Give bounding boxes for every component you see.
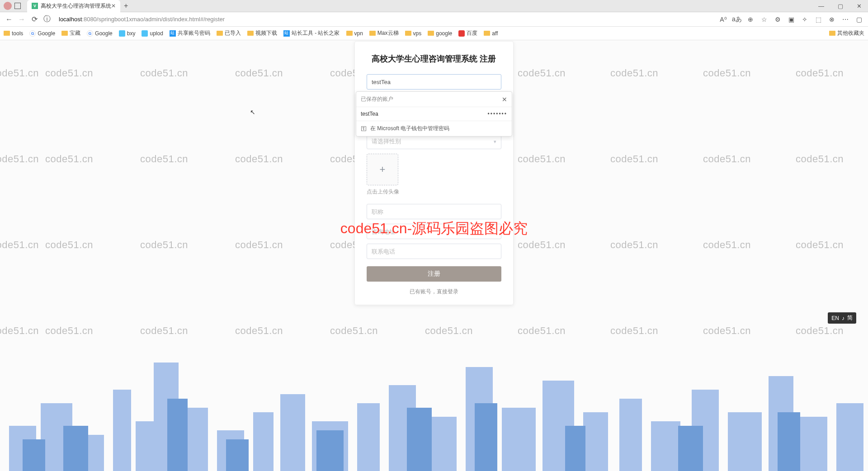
- svg-rect-8: [253, 412, 274, 471]
- menu-icon[interactable]: ⋯: [840, 14, 851, 25]
- tab-title: 高校大学生心理咨询管理系统: [41, 2, 111, 10]
- translate-icon[interactable]: aあ: [731, 14, 742, 25]
- bookmark-item[interactable]: vpn: [346, 30, 363, 37]
- bxy-icon: [119, 30, 125, 37]
- job-title-input[interactable]: [367, 204, 501, 219]
- key-icon: ⚿: [361, 125, 367, 132]
- bear-icon: [458, 30, 465, 37]
- svg-rect-34: [778, 412, 800, 471]
- bookmark-item[interactable]: uplod: [142, 30, 163, 37]
- svg-rect-17: [583, 412, 608, 471]
- page-content: code51.cncode51.cncode51.cncode51.cncode…: [0, 40, 868, 471]
- sidebar-icon[interactable]: ▢: [854, 14, 864, 25]
- favorite-icon[interactable]: ☆: [759, 14, 769, 25]
- svg-rect-24: [836, 403, 863, 471]
- register-card: 高校大学生心理咨询管理系统 注册 请选择性别 ▾ + 点击上传头像 注册 已有账…: [354, 41, 514, 305]
- register-button[interactable]: 注册: [367, 266, 501, 282]
- avatar-upload[interactable]: +: [367, 154, 398, 185]
- bookmark-item[interactable]: google: [428, 30, 452, 37]
- bookmarks-overflow[interactable]: 其他收藏夹: [829, 29, 864, 37]
- refresh-button[interactable]: ⟳: [29, 14, 40, 25]
- bookmark-item[interactable]: Max云梯: [369, 29, 399, 37]
- vue-favicon-icon: V: [32, 3, 38, 9]
- site-info-icon[interactable]: ⓘ: [42, 14, 52, 25]
- bookmark-item[interactable]: aff: [484, 30, 498, 37]
- folder-icon: [369, 31, 376, 36]
- svg-rect-21: [728, 412, 762, 471]
- chevron-down-icon: ▾: [494, 139, 496, 145]
- workspace-icon[interactable]: [14, 3, 21, 9]
- upload-hint: 点击上传头像: [367, 188, 501, 196]
- favorites-bar-icon[interactable]: ✧: [799, 14, 810, 25]
- close-tab-icon[interactable]: ✕: [111, 3, 116, 9]
- bookmark-item[interactable]: 站共享账号密码: [170, 29, 210, 37]
- google-icon: G: [87, 30, 93, 37]
- collections-icon[interactable]: ▣: [786, 14, 797, 25]
- svg-rect-9: [280, 394, 305, 471]
- ime-indicator[interactable]: EN ♪ 简: [828, 312, 856, 324]
- svg-rect-18: [619, 399, 642, 471]
- folder-icon: [829, 31, 835, 36]
- autofill-popup: 已保存的账户 ✕ testTea ••••••• ⚿ 在 Microsoft 电…: [356, 91, 512, 137]
- svg-rect-25: [23, 439, 45, 471]
- cursor-icon: ↖: [250, 108, 255, 116]
- address-bar: ← → ⟳ ⓘ localhost:8080/springboot1xmao/a…: [0, 12, 868, 27]
- back-button[interactable]: ←: [4, 14, 14, 25]
- folder-icon: [405, 31, 411, 36]
- url-display[interactable]: localhost:8080/springboot1xmao/admin/dis…: [59, 16, 225, 23]
- window-maximize-button[interactable]: ▢: [835, 2, 846, 10]
- svg-rect-30: [407, 408, 432, 471]
- card-title: 高校大学生心理咨询管理系统 注册: [367, 53, 501, 64]
- svg-rect-19: [651, 421, 680, 471]
- bookmark-item[interactable]: 视频下载: [247, 29, 277, 37]
- text-size-icon[interactable]: A⁰: [718, 14, 729, 25]
- autofill-manage-link[interactable]: ⚿ 在 Microsoft 电子钱包中管理密码: [356, 121, 512, 136]
- new-tab-button[interactable]: +: [124, 2, 128, 10]
- browser-tab[interactable]: V 高校大学生心理咨询管理系统 ✕: [27, 0, 120, 12]
- autofill-credential-item[interactable]: testTea •••••••: [356, 107, 512, 121]
- reading-list-icon[interactable]: ⬚: [813, 14, 824, 25]
- bookmark-item[interactable]: bxy: [119, 30, 136, 37]
- folder-icon: [346, 31, 353, 36]
- svg-rect-32: [565, 426, 585, 471]
- forward-button[interactable]: →: [16, 14, 27, 25]
- folder-icon: [484, 31, 490, 36]
- bookmarks-bar: toolsGGoogle宝藏GGooglebxyuplod站共享账号密码已导入视…: [0, 27, 868, 40]
- bookmark-item[interactable]: 百度: [458, 29, 477, 37]
- profile-avatar-icon[interactable]: [4, 2, 12, 10]
- svg-rect-29: [316, 430, 344, 471]
- bookmark-item[interactable]: GGoogle: [29, 30, 55, 37]
- zoom-icon[interactable]: ⊕: [745, 14, 756, 25]
- bookmark-item[interactable]: 站站长工具 - 站长之家: [283, 29, 340, 37]
- jt-icon: 站: [170, 30, 176, 37]
- bxy-icon: [142, 30, 148, 37]
- extensions-icon[interactable]: ⚙: [772, 14, 783, 25]
- bookmark-item[interactable]: GGoogle: [87, 30, 113, 37]
- performance-icon[interactable]: ⊗: [826, 14, 837, 25]
- phone-input[interactable]: [367, 244, 501, 259]
- bookmark-item[interactable]: 已导入: [217, 29, 241, 37]
- folder-icon: [61, 31, 68, 36]
- folder-icon: [4, 31, 10, 36]
- window-close-button[interactable]: ✕: [854, 2, 864, 10]
- svg-rect-33: [678, 426, 703, 471]
- bookmark-item[interactable]: vps: [405, 30, 422, 37]
- address-input[interactable]: [367, 224, 501, 239]
- autofill-header: 已保存的账户: [361, 95, 393, 103]
- bookmark-item[interactable]: 宝藏: [61, 29, 80, 37]
- window-minimize-button[interactable]: —: [816, 2, 827, 10]
- titlebar: V 高校大学生心理咨询管理系统 ✕ + — ▢ ✕: [0, 0, 868, 12]
- username-input[interactable]: [367, 74, 501, 89]
- autofill-close-icon[interactable]: ✕: [502, 96, 507, 103]
- bookmark-item[interactable]: tools: [4, 30, 23, 37]
- svg-rect-31: [475, 403, 497, 471]
- jt-icon: 站: [283, 30, 290, 37]
- google-icon: G: [29, 30, 36, 37]
- folder-icon: [217, 31, 223, 36]
- svg-rect-3: [113, 390, 131, 471]
- svg-rect-26: [63, 426, 88, 471]
- folder-icon: [247, 31, 254, 36]
- svg-rect-11: [357, 403, 380, 471]
- plus-icon: +: [380, 164, 386, 175]
- login-link[interactable]: 已有账号，直接登录: [367, 288, 501, 296]
